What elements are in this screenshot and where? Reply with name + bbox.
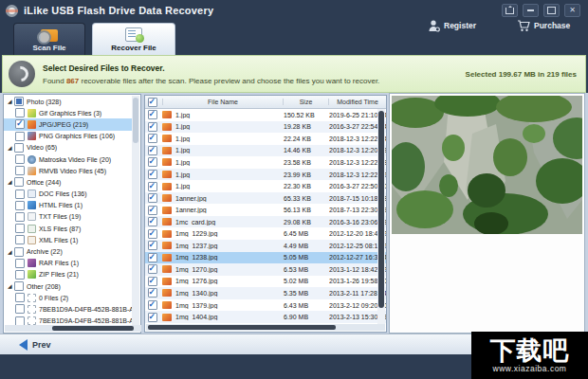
minimize-button[interactable] bbox=[523, 4, 539, 17]
table-row[interactable]: 1mg_1238.jpg5.05 MB2012-12-27 16:38:44 bbox=[145, 252, 386, 264]
table-row[interactable]: 1mc_card.jpg29.08 KB2016-3-16 23:06:28 bbox=[145, 216, 386, 228]
table-row[interactable]: 1.jpg22.24 KB2018-12-3 12:22:14 bbox=[145, 133, 386, 145]
file-checkbox[interactable] bbox=[148, 206, 157, 215]
file-checkbox[interactable] bbox=[148, 264, 157, 274]
tree-item[interactable]: XLS Files (87) bbox=[4, 223, 134, 234]
file-checkbox[interactable] bbox=[148, 300, 157, 310]
expander-icon[interactable]: ◢ bbox=[8, 179, 13, 185]
tree-item[interactable]: ◢Photo (328) bbox=[4, 96, 134, 107]
tree-item-checkbox[interactable] bbox=[15, 235, 25, 244]
tree-item[interactable]: 0 Files (2) bbox=[4, 292, 134, 303]
expander-icon[interactable]: ◢ bbox=[8, 283, 13, 289]
tree-item-checkbox[interactable] bbox=[15, 212, 25, 222]
file-checkbox[interactable] bbox=[148, 193, 157, 203]
file-checkbox[interactable] bbox=[148, 170, 157, 179]
table-row[interactable]: 1mg_1379.jpg6.43 MB2013-2-12 09:20:40 bbox=[145, 299, 386, 312]
file-checkbox[interactable] bbox=[148, 277, 157, 286]
tree-item-checkbox[interactable] bbox=[14, 97, 24, 106]
list-horizontal-scrollbar[interactable] bbox=[146, 324, 385, 331]
tree-item-checkbox[interactable] bbox=[15, 201, 25, 210]
expander-icon[interactable]: ◢ bbox=[8, 249, 13, 255]
jpg-file-icon bbox=[162, 314, 172, 321]
file-checkbox[interactable] bbox=[148, 134, 157, 143]
tree-item-checkbox[interactable] bbox=[15, 259, 25, 268]
tree-item[interactable]: RMVB Video Files (45) bbox=[4, 165, 134, 176]
expander-icon[interactable]: ◢ bbox=[8, 99, 13, 104]
tree-item-checkbox[interactable] bbox=[15, 293, 25, 302]
tab-scan-file[interactable]: Scan File bbox=[13, 23, 85, 55]
tree-item[interactable]: RAR Files (1) bbox=[4, 258, 134, 269]
tree-item[interactable]: Matroska Video File (20) bbox=[4, 153, 134, 165]
tree-item[interactable]: XML Files (1) bbox=[4, 234, 134, 245]
file-checkbox[interactable] bbox=[148, 288, 157, 298]
jpg-file-icon bbox=[162, 111, 172, 118]
table-row[interactable]: 1mg_1229.jpg6.45 MB2012-12-20 18:48:24 bbox=[145, 227, 386, 240]
column-header-file-name[interactable]: File Name bbox=[162, 99, 284, 105]
file-checkbox[interactable] bbox=[148, 241, 157, 250]
tree-item[interactable]: ◢Video (65) bbox=[4, 142, 134, 153]
table-row[interactable]: 1anner.jpg65.33 KB2018-7-15 10:18:58 bbox=[145, 192, 386, 205]
tree-item-checkbox[interactable] bbox=[14, 247, 24, 257]
file-checkbox[interactable] bbox=[148, 122, 157, 132]
tree-item-checkbox[interactable] bbox=[15, 270, 25, 280]
maximize-button[interactable] bbox=[543, 4, 560, 17]
tree-item-checkbox[interactable] bbox=[14, 281, 24, 291]
tree-item-checkbox[interactable] bbox=[15, 166, 25, 175]
tree-item[interactable]: TXT Files (19) bbox=[4, 211, 134, 223]
tree-item[interactable]: JPG/JPEG (219) bbox=[4, 118, 134, 130]
table-row[interactable]: 1.jpg23.99 KB2018-12-3 12:22:42 bbox=[145, 169, 386, 181]
column-header-size[interactable]: Size bbox=[284, 99, 329, 105]
expander-icon[interactable]: ◢ bbox=[8, 145, 13, 151]
tree-item-checkbox[interactable] bbox=[15, 119, 25, 129]
prev-button[interactable]: Prev bbox=[19, 339, 51, 351]
table-row[interactable]: 1.jpg150.52 KB2019-6-25 21:10:14 bbox=[145, 109, 386, 121]
table-row[interactable]: 1.jpg22.30 KB2016-3-27 22:50:50 bbox=[145, 180, 386, 192]
file-checkbox[interactable] bbox=[148, 182, 157, 191]
tree-item[interactable]: ◢Office (244) bbox=[4, 176, 134, 188]
table-row[interactable]: 1mg_1404.jpg6.90 MB2013-2-13 15:30:08 bbox=[145, 311, 386, 323]
file-checkbox[interactable] bbox=[148, 157, 157, 167]
tree-item-checkbox[interactable] bbox=[15, 304, 25, 314]
tree-item-checkbox[interactable] bbox=[14, 177, 24, 187]
tree-item[interactable]: ◢Other (208) bbox=[4, 280, 134, 292]
table-row[interactable]: 1.jpg14.46 KB2018-12-3 12:20:28 bbox=[145, 145, 386, 157]
export-icon[interactable] bbox=[502, 4, 518, 17]
column-header-modified-time[interactable]: Modified Time bbox=[329, 99, 386, 105]
tree-item-checkbox[interactable] bbox=[15, 132, 25, 141]
tree-item[interactable]: 7BEB1D9A-D4FB-452B-881B-A1CEC7D2 bbox=[4, 303, 134, 315]
file-checkbox[interactable] bbox=[148, 313, 157, 322]
tree-item-checkbox[interactable] bbox=[14, 143, 24, 153]
table-row[interactable]: 1anner.jpg56.13 KB2018-7-13 22:30:48 bbox=[145, 204, 386, 216]
tree-horizontal-scrollbar[interactable] bbox=[5, 325, 141, 332]
file-checkbox[interactable] bbox=[148, 110, 157, 119]
table-row[interactable]: 1mg_1276.jpg5.02 MB2013-1-26 19:58:40 bbox=[145, 276, 386, 288]
register-button[interactable]: Register bbox=[429, 18, 476, 33]
tree-item-checkbox[interactable] bbox=[15, 154, 25, 164]
file-checkbox[interactable] bbox=[148, 146, 157, 155]
table-row[interactable]: 1mg_1340.jpg5.35 MB2013-2-11 17:28:24 bbox=[145, 287, 386, 299]
list-vertical-scrollbar[interactable] bbox=[377, 109, 385, 326]
table-row[interactable]: 1.jpg23.58 KB2018-12-3 12:22:48 bbox=[145, 156, 386, 169]
tree-item[interactable]: DOC Files (136) bbox=[4, 189, 134, 200]
file-checkbox[interactable] bbox=[148, 253, 157, 262]
file-checkbox[interactable] bbox=[148, 229, 157, 239]
table-row[interactable]: 1mg_1270.jpg6.53 MB2013-1-12 18:42:12 bbox=[145, 263, 386, 276]
file-checkbox[interactable] bbox=[148, 217, 157, 226]
tree-item[interactable]: PNG Graphics Files (106) bbox=[4, 131, 134, 142]
select-all-checkbox[interactable] bbox=[148, 98, 157, 107]
tree-item[interactable]: Gif Graphics Files (3) bbox=[4, 107, 134, 118]
tree-item[interactable]: ZIP Files (21) bbox=[4, 269, 134, 280]
tree-item-checkbox[interactable] bbox=[15, 108, 25, 117]
close-button[interactable]: ✕ bbox=[564, 4, 580, 17]
table-row[interactable]: 1mg_1237.jpg4.49 MB2012-12-25 08:18:20 bbox=[145, 240, 386, 252]
tree-item[interactable]: HTML Files (1) bbox=[4, 200, 134, 211]
tree-vertical-scrollbar[interactable] bbox=[132, 96, 139, 326]
table-row[interactable]: 1.jpg19.28 KB2016-3-27 22:54:34 bbox=[145, 121, 386, 134]
purchase-button[interactable]: Purchase bbox=[517, 18, 570, 33]
tree-item[interactable]: ◢Archive (22) bbox=[4, 245, 134, 257]
tab-recover-file[interactable]: Recover File bbox=[92, 23, 175, 55]
tree-item-checkbox[interactable] bbox=[15, 190, 25, 199]
tree-item-checkbox[interactable] bbox=[15, 224, 25, 233]
file-size: 150.52 KB bbox=[284, 112, 329, 118]
person-key-icon bbox=[429, 20, 440, 32]
